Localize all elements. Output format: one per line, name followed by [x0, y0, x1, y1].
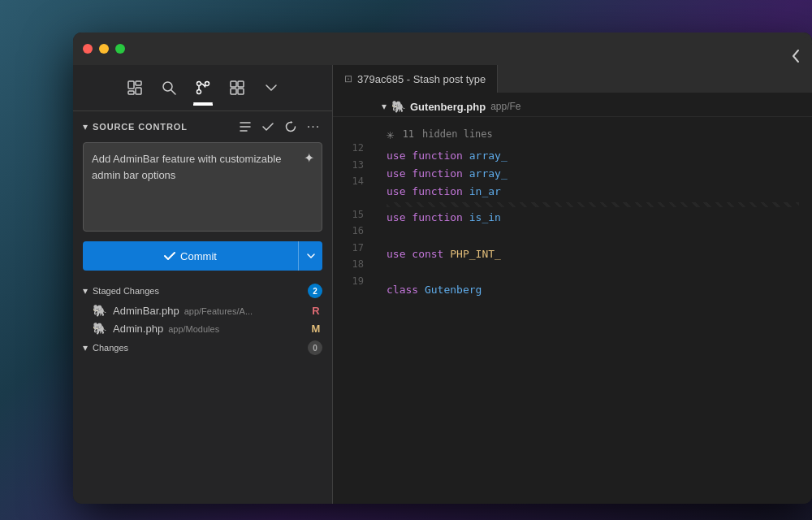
file-path-admin: app/Modules [168, 324, 219, 334]
minimize-button[interactable] [99, 44, 109, 54]
svg-rect-9 [231, 81, 236, 87]
code-content: ✳ 11 hidden lines use function array_ us… [374, 117, 812, 504]
hidden-lines-count: 11 [403, 126, 414, 142]
editor-filepath: app/Fe [490, 101, 520, 112]
file-icon-elephant: 🐘 [93, 304, 106, 317]
staged-file-admin[interactable]: 🐘 Admin.php app/Modules M [73, 319, 332, 337]
svg-point-7 [205, 82, 209, 86]
sc-more-icon[interactable]: ··· [304, 118, 322, 136]
sparkle-icon[interactable]: ✦ [304, 150, 314, 166]
titlebar [73, 32, 812, 65]
commit-message-input[interactable]: Add AdminBar feature with customizable a… [83, 142, 322, 232]
changes-badge: 0 [308, 340, 322, 355]
file-elephant-icon: 🐘 [391, 100, 405, 113]
traffic-lights [83, 44, 125, 54]
editor-tab-active[interactable]: ⊡ 379ac685 - Stash post type [333, 65, 498, 93]
staged-file-adminbar[interactable]: 🐘 AdminBar.php app/Features/A... R [73, 301, 332, 319]
code-line-16 [387, 228, 799, 245]
editor-tabs: ⊡ 379ac685 - Stash post type [333, 65, 812, 93]
hidden-lines-label: hidden lines [422, 126, 493, 142]
file-status-adminbar: R [309, 305, 322, 317]
staged-changes-header[interactable]: ▾ Staged Changes 2 [73, 280, 332, 301]
changes-arrow: ▾ [83, 342, 88, 353]
sc-collapse-icon[interactable]: ▾ [83, 121, 88, 132]
app-window: ▾ SOURCE CONTROL [73, 32, 812, 504]
svg-rect-10 [238, 81, 244, 87]
maximize-button[interactable] [115, 44, 125, 54]
commit-button-label: Commit [180, 250, 217, 262]
file-name-admin: Admin.php [113, 323, 163, 335]
sc-check-icon[interactable] [259, 118, 277, 136]
file-info-2: Admin.php app/Modules [113, 323, 303, 335]
commit-message-container: Add AdminBar feature with customizable a… [83, 142, 322, 235]
file-section-header: ▾ 🐘 Gutenberg.php app/Fe [333, 93, 812, 117]
file-icon-elephant-2: 🐘 [93, 322, 106, 335]
sc-title: SOURCE CONTROL [93, 122, 231, 132]
commit-button[interactable]: Commit [83, 241, 298, 271]
close-button[interactable] [83, 44, 93, 54]
svg-rect-0 [128, 81, 134, 89]
line-numbers: 12 13 14 15 16 17 18 19 [333, 117, 374, 504]
staged-changes-badge: 2 [308, 284, 322, 298]
nav-extensions-icon[interactable] [221, 72, 253, 104]
sc-lines-icon[interactable] [236, 118, 254, 136]
tab-diff-icon: ⊡ [344, 73, 352, 84]
svg-rect-1 [136, 81, 141, 85]
sc-refresh-icon[interactable] [282, 118, 300, 136]
source-control-header: ▾ SOURCE CONTROL [73, 111, 332, 142]
nav-explorer-icon[interactable] [119, 72, 151, 104]
code-line-12: use function array_ [387, 147, 799, 165]
svg-line-5 [171, 90, 175, 94]
code-line-18 [387, 263, 799, 281]
nav-search-icon[interactable] [153, 72, 185, 104]
sidebar: ▾ SOURCE CONTROL [73, 65, 333, 504]
code-line-14: use function in_ar [387, 183, 799, 201]
file-status-admin: M [309, 323, 322, 335]
nav-more-icon[interactable] [255, 72, 287, 104]
sidebar-nav [73, 65, 332, 111]
staged-changes-title: Staged Changes [93, 286, 303, 296]
svg-rect-12 [238, 89, 244, 94]
svg-point-8 [197, 90, 201, 94]
svg-rect-2 [136, 88, 141, 94]
code-line-13: use function array_ [387, 165, 799, 183]
editor-filename: Gutenberg.php [410, 101, 486, 113]
svg-rect-11 [231, 89, 236, 94]
changes-header[interactable]: ▾ Changes 0 [73, 337, 332, 358]
file-info: AdminBar.php app/Features/A... [113, 305, 303, 317]
window-body: ▾ SOURCE CONTROL [73, 65, 812, 504]
sc-actions: ··· [236, 118, 322, 136]
collapse-icon[interactable]: ▾ [382, 101, 387, 112]
tab-label: 379ac685 - Stash post type [357, 73, 486, 85]
hidden-lines-gear-icon: ✳ [387, 124, 395, 145]
nav-back-button[interactable] [780, 37, 812, 74]
svg-point-4 [163, 82, 172, 91]
staged-changes-arrow: ▾ [83, 285, 88, 297]
file-name-adminbar: AdminBar.php [113, 305, 179, 317]
changes-title: Changes [93, 343, 303, 353]
nav-source-control-icon[interactable] [187, 72, 219, 104]
commit-dropdown-button[interactable] [298, 241, 322, 271]
diff-separator [387, 202, 799, 207]
editor-area: ⊡ 379ac685 - Stash post type ▾ 🐘 Gutenbe… [333, 65, 812, 504]
code-line-17: use const PHP_INT_ [387, 245, 799, 263]
commit-button-container: Commit [83, 241, 322, 271]
code-line-15: use function is_in [387, 209, 799, 227]
editor-content: 12 13 14 15 16 17 18 19 ✳ 11 hidden line… [333, 117, 812, 504]
code-line-19: class Gutenberg [387, 281, 799, 299]
file-path-adminbar: app/Features/A... [184, 306, 253, 316]
hidden-lines-indicator[interactable]: ✳ 11 hidden lines [387, 124, 799, 145]
svg-rect-3 [128, 91, 134, 94]
